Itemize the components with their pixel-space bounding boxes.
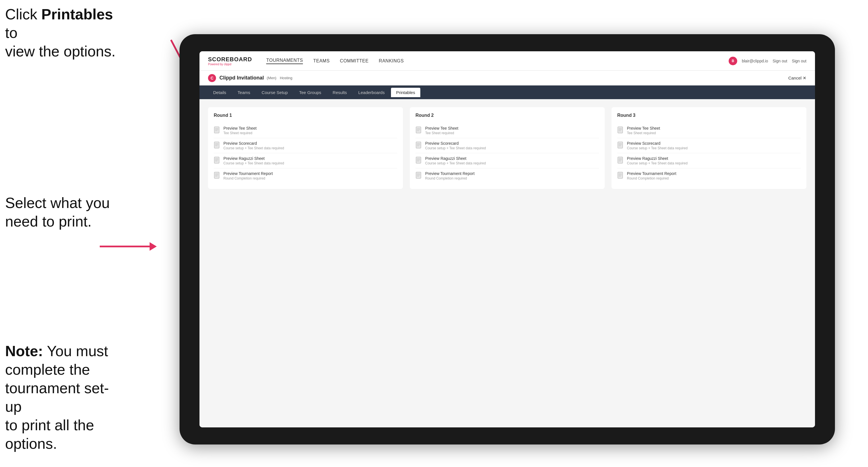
- annotation-bottom: Note: You mustcomplete thetournament set…: [5, 342, 125, 453]
- r2-scorecard-icon: [415, 142, 422, 150]
- round-1-tee-sheet-text: Preview Tee Sheet Tee Sheet required: [223, 126, 256, 135]
- arrow-to-raguzzi: [97, 234, 160, 259]
- round-1-tee-sheet-note: Tee Sheet required: [223, 131, 256, 135]
- tournament-status: Hosting: [280, 76, 292, 80]
- annotation-middle: Select what youneed to print.: [5, 194, 110, 231]
- round-2-raguzzi[interactable]: Preview Raguzzi Sheet Course setup + Tee…: [415, 153, 599, 168]
- tournament-header: C Clippd Invitational (Men) Hosting Canc…: [199, 71, 815, 86]
- tab-teams[interactable]: Teams: [232, 88, 255, 97]
- round-2-scorecard-name: Preview Scorecard: [425, 141, 486, 146]
- svg-rect-24: [416, 142, 421, 148]
- round-3-report-note: Round Completion required: [627, 176, 676, 180]
- round-3-raguzzi-name: Preview Raguzzi Sheet: [627, 156, 688, 161]
- annotation-bold-printables: Printables: [41, 6, 113, 23]
- r3-raguzzi-icon: [617, 157, 624, 165]
- round-2-report-note: Round Completion required: [425, 176, 474, 180]
- tab-course-setup[interactable]: Course Setup: [256, 88, 293, 97]
- round-1-raguzzi[interactable]: Preview Raguzzi Sheet Course setup + Tee…: [214, 153, 397, 168]
- cancel-button[interactable]: Cancel ✕: [788, 75, 806, 81]
- svg-rect-44: [618, 157, 623, 163]
- round-3-raguzzi[interactable]: Preview Raguzzi Sheet Course setup + Tee…: [617, 153, 801, 168]
- tournament-report-icon: [214, 172, 221, 180]
- tournament-badge: (Men): [267, 76, 276, 80]
- round-1-raguzzi-name: Preview Raguzzi Sheet: [223, 156, 284, 161]
- main-content: Round 1 Preview Tee Sheet Tee Sheet requ…: [199, 99, 815, 427]
- round-1-scorecard[interactable]: Preview Scorecard Course setup + Tee She…: [214, 138, 397, 153]
- round-1-scorecard-name: Preview Scorecard: [223, 141, 284, 146]
- round-2-tee-sheet-name: Preview Tee Sheet: [425, 126, 458, 130]
- round-3-tournament-report[interactable]: Preview Tournament Report Round Completi…: [617, 168, 801, 183]
- svg-rect-32: [416, 172, 421, 178]
- round-3-scorecard-name: Preview Scorecard: [627, 141, 688, 146]
- round-2-raguzzi-note: Course setup + Tee Sheet data required: [425, 161, 486, 165]
- nav-tournaments[interactable]: TOURNAMENTS: [266, 58, 303, 64]
- svg-rect-4: [214, 127, 219, 133]
- round-1-report-note: Round Completion required: [223, 176, 273, 180]
- round-1-tee-sheet-name: Preview Tee Sheet: [223, 126, 256, 130]
- top-nav: SCOREBOARD Powered by clippd TOURNAMENTS…: [199, 51, 815, 71]
- svg-rect-12: [214, 157, 219, 163]
- round-1-tee-sheet[interactable]: Preview Tee Sheet Tee Sheet required: [214, 123, 397, 138]
- scorecard-icon: [214, 142, 221, 150]
- user-email: blair@clippd.io: [742, 59, 768, 63]
- user-avatar: B: [728, 57, 737, 65]
- round-3-tee-sheet-note: Tee Sheet required: [627, 131, 660, 135]
- r2-tee-sheet-icon: [415, 126, 422, 134]
- nav-teams[interactable]: TEAMS: [313, 58, 330, 64]
- r2-raguzzi-icon: [415, 157, 422, 165]
- round-3-raguzzi-note: Course setup + Tee Sheet data required: [627, 161, 688, 165]
- round-1-raguzzi-note: Course setup + Tee Sheet data required: [223, 161, 284, 165]
- tab-tee-groups[interactable]: Tee Groups: [294, 88, 327, 97]
- logo-area: SCOREBOARD Powered by clippd: [208, 56, 252, 66]
- sign-out-link[interactable]: Sign out: [773, 59, 787, 63]
- svg-rect-48: [618, 172, 623, 178]
- nav-committee[interactable]: COMMITTEE: [340, 58, 369, 64]
- annotation-top: Click Printables toview the options.: [5, 5, 125, 61]
- round-1-column: Round 1 Preview Tee Sheet Tee Sheet requ…: [208, 107, 403, 189]
- sub-nav: Details Teams Course Setup Tee Groups Re…: [199, 86, 815, 99]
- round-3-scorecard-note: Course setup + Tee Sheet data required: [627, 146, 688, 150]
- tab-results[interactable]: Results: [328, 88, 352, 97]
- round-2-tournament-report[interactable]: Preview Tournament Report Round Completi…: [415, 168, 599, 183]
- svg-rect-16: [214, 172, 219, 178]
- r2-report-icon: [415, 172, 422, 180]
- svg-marker-3: [150, 242, 157, 251]
- round-3-column: Round 3 Preview Tee Sheet Tee Sheet requ…: [612, 107, 806, 189]
- tab-details[interactable]: Details: [208, 88, 231, 97]
- raguzzi-icon: [214, 157, 221, 165]
- round-2-title: Round 2: [415, 113, 599, 118]
- round-1-title: Round 1: [214, 113, 397, 118]
- round-3-title: Round 3: [617, 113, 801, 118]
- round-2-scorecard[interactable]: Preview Scorecard Course setup + Tee She…: [415, 138, 599, 153]
- tablet-screen: SCOREBOARD Powered by clippd TOURNAMENTS…: [199, 51, 815, 427]
- logo-sub: Powered by clippd: [208, 63, 252, 66]
- nav-rankings[interactable]: RANKINGS: [379, 58, 404, 64]
- round-2-scorecard-note: Course setup + Tee Sheet data required: [425, 146, 486, 150]
- svg-rect-40: [618, 142, 623, 148]
- rounds-grid: Round 1 Preview Tee Sheet Tee Sheet requ…: [208, 107, 806, 189]
- main-nav: TOURNAMENTS TEAMS COMMITTEE RANKINGS: [266, 58, 728, 64]
- round-1-raguzzi-text: Preview Raguzzi Sheet Course setup + Tee…: [223, 156, 284, 165]
- tab-leaderboards[interactable]: Leaderboards: [353, 88, 390, 97]
- sign-out-text[interactable]: Sign out: [792, 59, 806, 63]
- tournament-name: Clippd Invitational: [219, 75, 264, 81]
- r3-scorecard-icon: [617, 142, 624, 150]
- round-3-tee-sheet-name: Preview Tee Sheet: [627, 126, 660, 130]
- round-1-scorecard-text: Preview Scorecard Course setup + Tee She…: [223, 141, 284, 150]
- round-2-report-name: Preview Tournament Report: [425, 171, 474, 176]
- round-2-tee-sheet-note: Tee Sheet required: [425, 131, 458, 135]
- round-1-scorecard-note: Course setup + Tee Sheet data required: [223, 146, 284, 150]
- tablet-device: SCOREBOARD Powered by clippd TOURNAMENTS…: [180, 34, 835, 444]
- tee-sheet-icon: [214, 126, 221, 134]
- round-1-tournament-report[interactable]: Preview Tournament Report Round Completi…: [214, 168, 397, 183]
- round-3-scorecard[interactable]: Preview Scorecard Course setup + Tee She…: [617, 138, 801, 153]
- round-2-column: Round 2 Preview Tee Sheet Tee Sheet requ…: [410, 107, 605, 189]
- svg-rect-8: [214, 142, 219, 148]
- r3-tee-sheet-icon: [617, 126, 624, 134]
- round-2-tee-sheet[interactable]: Preview Tee Sheet Tee Sheet required: [415, 123, 599, 138]
- svg-rect-20: [416, 127, 421, 133]
- round-1-report-text: Preview Tournament Report Round Completi…: [223, 171, 273, 180]
- round-3-tee-sheet[interactable]: Preview Tee Sheet Tee Sheet required: [617, 123, 801, 138]
- r3-report-icon: [617, 172, 624, 180]
- tab-printables[interactable]: Printables: [391, 88, 420, 97]
